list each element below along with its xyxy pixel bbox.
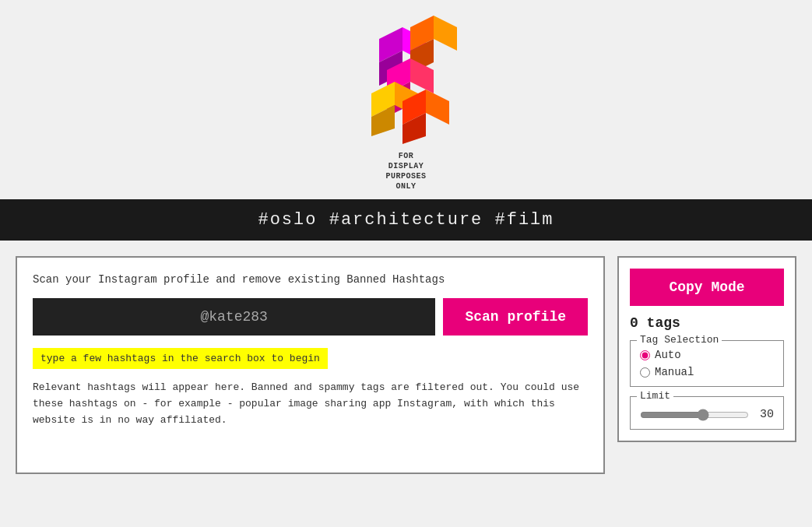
description-text: Relevant hashtags will appear here. Bann…	[33, 380, 588, 428]
svg-marker-4	[434, 16, 457, 51]
tags-count: 0 tags	[630, 315, 784, 331]
hint-box: type a few hashtags in the search box to…	[33, 348, 328, 369]
limit-row: 30	[640, 408, 774, 421]
left-panel: Scan your Instagram profile and remove e…	[16, 256, 605, 474]
right-panel: Copy Mode 0 tags Tag Selection Auto Manu…	[617, 256, 796, 442]
limit-legend: Limit	[637, 390, 673, 402]
limit-value: 30	[755, 408, 774, 421]
logo-section: FOR DISPLAY PURPOSES ONLY	[0, 0, 812, 199]
banner-text: #oslo #architecture #film	[258, 210, 554, 230]
limit-group: Limit 30	[630, 396, 784, 430]
scan-profile-button[interactable]: Scan profile	[443, 298, 588, 336]
svg-marker-13	[426, 90, 449, 125]
scan-description: Scan your Instagram profile and remove e…	[33, 273, 588, 286]
hashtag-banner: #oslo #architecture #film	[0, 199, 812, 241]
page-wrapper: FOR DISPLAY PURPOSES ONLY #oslo #archite…	[0, 0, 812, 490]
radio-manual-option[interactable]: Manual	[640, 366, 774, 378]
input-row: Scan profile	[33, 298, 588, 336]
radio-auto-label: Auto	[655, 349, 681, 361]
limit-slider[interactable]	[640, 409, 749, 421]
tag-selection-group: Tag Selection Auto Manual	[630, 340, 784, 387]
radio-auto-input[interactable]	[640, 350, 650, 360]
logo-tagline: FOR DISPLAY PURPOSES ONLY	[385, 151, 426, 191]
profile-input[interactable]	[33, 298, 435, 336]
logo-icon	[356, 16, 457, 148]
radio-manual-input[interactable]	[640, 367, 650, 378]
copy-mode-button[interactable]: Copy Mode	[630, 269, 784, 306]
tag-selection-legend: Tag Selection	[637, 334, 722, 346]
hint-text: type a few hashtags in the search box to…	[40, 353, 320, 364]
main-content: Scan your Instagram profile and remove e…	[0, 241, 812, 490]
radio-auto-option[interactable]: Auto	[640, 349, 774, 361]
radio-manual-label: Manual	[655, 366, 694, 378]
